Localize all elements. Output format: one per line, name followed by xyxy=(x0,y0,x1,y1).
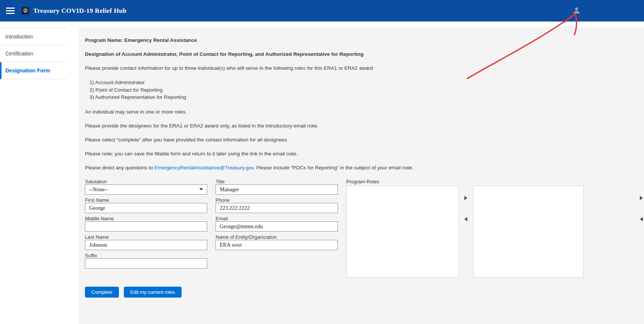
move-right-icon[interactable] xyxy=(640,196,643,200)
app-header: Treasury COVID-19 Relief Hub xyxy=(0,0,644,21)
email-field[interactable] xyxy=(216,221,338,232)
roles-list-item: 3) Authorized Representative for Reporti… xyxy=(89,94,644,101)
questions-text: Please direct any questions to Emergency… xyxy=(85,164,644,171)
sidebar-item-introduction[interactable]: Introduction xyxy=(0,28,67,45)
entity-label: Name of Entity/Organization xyxy=(216,234,338,239)
program-roles-group: Program-Roles xyxy=(346,178,584,278)
app-title: Treasury COVID-19 Relief Hub xyxy=(33,7,126,15)
intro-text: Please provide contact information for u… xyxy=(85,65,644,71)
paragraph: Please provide the designees for the ERA… xyxy=(85,123,644,129)
roles-list-item: 1) Account Administrator xyxy=(89,79,644,86)
sidebar-nav: Introduction Certification Designation F… xyxy=(0,28,67,79)
program-roles-label: Program-Roles xyxy=(346,178,584,183)
menu-icon[interactable] xyxy=(6,8,15,14)
main-panel: Program Name: Emergency Rental Assistanc… xyxy=(79,27,644,324)
entity-field[interactable] xyxy=(216,240,338,250)
roles-list-item: 2) Point of Contact for Reporting xyxy=(89,86,644,94)
sidebar-item-certification[interactable]: Certification xyxy=(0,45,67,62)
move-left-icon[interactable] xyxy=(464,217,467,221)
last-name-field[interactable] xyxy=(85,240,207,250)
form-column-middle: Title Phone Email Name of Entity/Organiz… xyxy=(216,178,338,252)
complete-button[interactable]: Complete xyxy=(85,287,119,298)
sidebar-item-label: Certification xyxy=(5,51,33,57)
salutation-label: Salutation xyxy=(85,178,207,183)
salutation-value: --None-- xyxy=(89,186,108,193)
first-name-field[interactable] xyxy=(85,203,207,213)
program-name-text: Program Name: Emergency Rental Assistanc… xyxy=(85,37,644,43)
treasury-logo-icon xyxy=(22,7,29,15)
questions-suffix: . Please include “POCs for Reporting” in… xyxy=(253,165,413,170)
program-roles-available-listbox[interactable] xyxy=(346,186,459,278)
questions-prefix: Please direct any questions to xyxy=(85,165,154,170)
roles-list: 1) Account Administrator 2) Point of Con… xyxy=(89,79,644,101)
move-right-icon[interactable] xyxy=(464,196,467,200)
email-link[interactable]: EmergencyRentalAssistance@Treasury.gov xyxy=(154,165,254,170)
edit-roles-button[interactable]: Edit my current roles xyxy=(124,287,182,298)
phone-field[interactable] xyxy=(216,203,338,213)
move-left-icon[interactable] xyxy=(640,217,643,221)
title-field[interactable] xyxy=(216,184,338,195)
page: Treasury COVID-19 Relief Hub Introductio… xyxy=(0,0,644,324)
sidebar: Introduction Certification Designation F… xyxy=(0,21,79,324)
dual-listbox-arrows xyxy=(459,186,473,278)
person-icon[interactable] xyxy=(573,6,581,14)
sidebar-item-label: Introduction xyxy=(5,34,33,40)
last-name-label: Last Name xyxy=(85,234,207,239)
sidebar-item-label: Designation Form xyxy=(5,68,50,74)
phone-label: Phone xyxy=(216,197,338,202)
email-label: Email xyxy=(216,215,338,220)
suffix-field[interactable] xyxy=(85,258,207,269)
designation-heading: Designation of Account Administrator, Po… xyxy=(85,51,644,57)
chevron-down-icon xyxy=(199,188,203,190)
paragraph: Please note: you can save the fillable f… xyxy=(85,150,644,157)
program-roles-dual-listbox xyxy=(346,186,584,278)
form-actions: Complete Edit my current roles xyxy=(85,287,644,298)
first-name-label: First Name xyxy=(85,197,207,202)
sidebar-item-designation-form[interactable]: Designation Form xyxy=(0,62,67,79)
middle-name-field[interactable] xyxy=(85,221,207,232)
title-label: Title xyxy=(216,178,338,183)
form-column-left: Salutation --None-- First Name Middle Na… xyxy=(85,178,207,271)
program-roles-selected-listbox[interactable] xyxy=(473,186,584,278)
dual-listbox-arrows-clipped xyxy=(640,186,644,221)
middle-name-label: Middle Name xyxy=(85,215,207,220)
paragraph: Please select “complete” after you have … xyxy=(85,137,644,143)
suffix-label: Suffix xyxy=(85,252,207,257)
salutation-select[interactable]: --None-- xyxy=(85,184,207,195)
paragraph: An individual may serve in one or more r… xyxy=(85,109,644,115)
designation-form: Salutation --None-- First Name Middle Na… xyxy=(85,178,644,278)
